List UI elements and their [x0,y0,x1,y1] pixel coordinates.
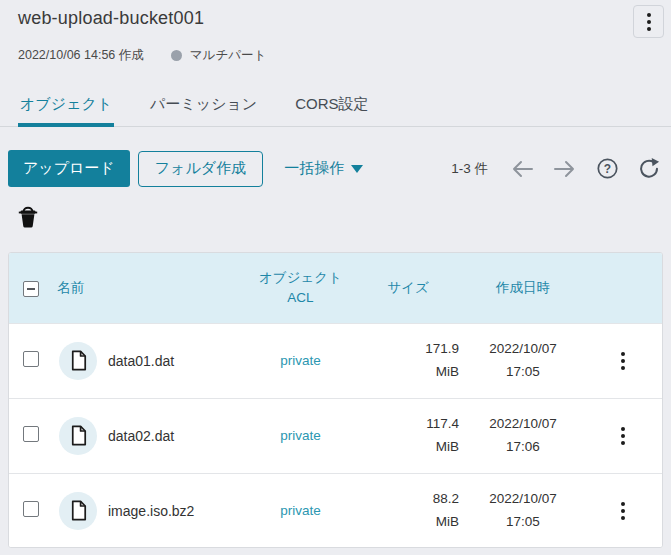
file-size-value: 88.2 [353,488,459,510]
table-row: data02.dat private 117.4 MiB 2022/10/07 … [9,398,662,473]
toolbar: アップロード フォルダ作成 一括操作 1-3 件 ? [8,150,661,187]
file-size-value: 117.4 [353,413,459,435]
created-datetime: 2022/10/07 17:06 [463,398,583,473]
created-time: 17:05 [463,361,583,383]
column-header-acl-line2: ACL [248,288,353,308]
kebab-menu-icon [621,427,625,445]
acl-link[interactable]: private [248,473,353,548]
arrow-right-icon [553,160,577,178]
row-checkbox[interactable] [23,426,39,442]
table-row: image.iso.bz2 private 88.2 MiB 2022/10/0… [9,473,662,548]
bucket-meta: 2022/10/06 14:56 作成 マルチパート [18,47,266,64]
svg-text:?: ? [604,162,611,176]
file-size: 171.9 MiB [353,323,463,398]
help-icon: ? [596,157,619,180]
objects-table-card: 名前 オブジェクト ACL サイズ 作成日時 data01.d [8,252,663,548]
breadcrumb-bucket-root[interactable] [18,203,38,232]
tab-objects[interactable]: オブジェクト [18,93,114,127]
create-folder-button[interactable]: フォルダ作成 [138,151,263,187]
arrow-left-icon [510,160,534,178]
row-menu-button[interactable] [617,348,629,374]
created-time: 17:06 [463,436,583,458]
tab-bar: オブジェクト パーミッション CORS設定 [0,93,671,127]
help-button[interactable]: ? [596,157,619,180]
created-datetime: 2022/10/07 17:05 [463,323,583,398]
bucket-icon [18,203,38,229]
acl-link[interactable]: private [248,323,353,398]
page-title: web-upload-bucket001 [18,8,204,29]
objects-table: 名前 オブジェクト ACL サイズ 作成日時 data01.d [9,253,662,548]
row-checkbox[interactable] [23,351,39,367]
file-size: 88.2 MiB [353,473,463,548]
result-count: 1-3 件 [451,160,488,178]
kebab-menu-icon [621,352,625,370]
table-header-row: 名前 オブジェクト ACL サイズ 作成日時 [9,253,662,323]
created-datetime: 2022/10/07 17:05 [463,473,583,548]
row-menu-button[interactable] [617,498,629,524]
created-date: 2022/10/07 [463,413,583,435]
column-header-size: サイズ [353,253,463,323]
refresh-button[interactable] [638,157,661,180]
bulk-actions-button[interactable]: 一括操作 [284,159,363,178]
created-date: 2022/10/07 [463,488,583,510]
file-icon [59,417,97,455]
acl-link[interactable]: private [248,398,353,473]
column-header-acl: オブジェクト ACL [248,253,353,323]
next-page-button[interactable] [553,160,577,178]
multipart-badge: マルチパート [190,47,266,64]
column-header-acl-line1: オブジェクト [248,268,353,288]
file-size-unit: MiB [353,436,459,458]
bulk-actions-label: 一括操作 [284,159,344,178]
refresh-icon [638,157,661,180]
caret-down-icon [351,165,363,173]
file-icon [59,342,97,380]
table-row: data01.dat private 171.9 MiB 2022/10/07 … [9,323,662,398]
created-time: 17:05 [463,511,583,533]
column-header-created: 作成日時 [463,253,583,323]
file-name: data01.dat [108,353,174,369]
file-size: 117.4 MiB [353,398,463,473]
status-dot-icon [171,50,182,61]
file-size-value: 171.9 [353,338,459,360]
file-size-unit: MiB [353,361,459,383]
created-date: 2022/10/07 [463,338,583,360]
tab-cors[interactable]: CORS設定 [293,93,370,126]
created-timestamp: 2022/10/06 14:56 作成 [18,47,144,64]
row-checkbox[interactable] [23,501,39,517]
file-size-unit: MiB [353,511,459,533]
tab-permissions[interactable]: パーミッション [148,93,259,126]
kebab-menu-icon [621,502,625,520]
file-icon [59,492,97,530]
select-all-checkbox[interactable] [23,281,39,297]
prev-page-button[interactable] [510,160,534,178]
pagination: 1-3 件 ? [451,157,661,180]
kebab-menu-icon [647,13,651,31]
column-header-name: 名前 [57,253,248,323]
row-menu-button[interactable] [617,423,629,449]
upload-button[interactable]: アップロード [8,150,130,187]
file-name: image.iso.bz2 [108,503,194,519]
bucket-menu-button[interactable] [633,5,664,38]
file-name: data02.dat [108,428,174,444]
